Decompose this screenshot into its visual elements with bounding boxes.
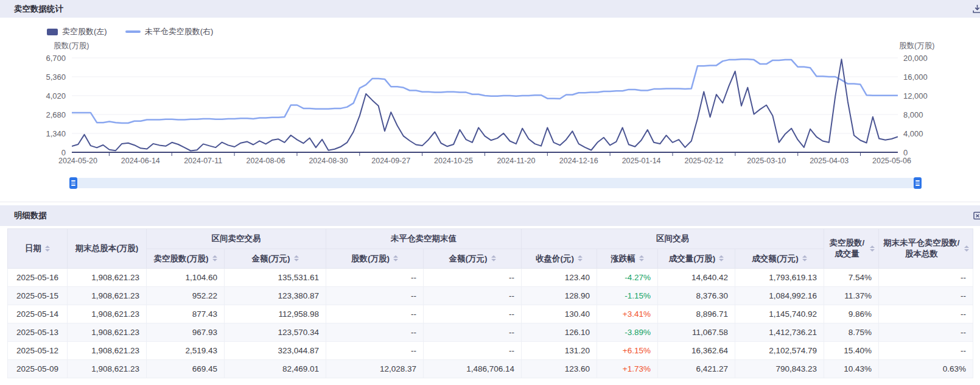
table-cell: 8,376.30 bbox=[658, 287, 735, 305]
table-cell: 669.45 bbox=[147, 360, 225, 378]
table-cell: 2,102,574.79 bbox=[735, 342, 824, 360]
table-cell: 0.63% bbox=[879, 360, 973, 378]
table-cell: -- bbox=[879, 305, 973, 323]
export-icon[interactable] bbox=[973, 211, 980, 221]
table-cell: -- bbox=[879, 323, 973, 342]
table-cell: 128.90 bbox=[522, 287, 597, 305]
column-header[interactable]: 期末未平仓卖空股数/股本总数 bbox=[879, 229, 973, 269]
legend-item-short-shares[interactable]: 卖空股数(左) bbox=[47, 26, 107, 37]
right-axis-unit: 股数(万股) bbox=[899, 41, 934, 51]
legend-label: 未平仓卖空股数(右) bbox=[145, 26, 214, 37]
table-cell: 8,896.71 bbox=[658, 305, 735, 323]
table-cell: 123,380.87 bbox=[225, 287, 326, 305]
chart-legend: 卖空股数(左) 未平仓卖空股数(右) bbox=[47, 26, 213, 37]
table-cell: -4.27% bbox=[597, 269, 658, 287]
x-axis-tick-label: 2024-05-20 bbox=[44, 157, 111, 165]
table-cell: 9.86% bbox=[824, 305, 879, 323]
column-header-label: 日期 bbox=[25, 243, 41, 254]
x-axis-tick-label: 2025-03-10 bbox=[733, 157, 800, 165]
sort-icon[interactable] bbox=[45, 245, 50, 252]
table-cell: 1,908,621.23 bbox=[68, 342, 147, 360]
left-axis-tick: 4,020 bbox=[5, 91, 66, 101]
table-cell: -- bbox=[326, 342, 424, 360]
column-header[interactable]: 股数(万股) bbox=[326, 249, 424, 269]
sort-icon[interactable] bbox=[964, 245, 969, 252]
line-swatch-icon bbox=[125, 30, 141, 33]
column-header[interactable]: 成交额(万元) bbox=[735, 249, 824, 269]
x-axis-tick-label: 2024-12-16 bbox=[545, 157, 612, 165]
details-title: 明细数据 bbox=[14, 210, 47, 221]
sort-icon[interactable] bbox=[212, 255, 217, 261]
left-axis-tick: 5,360 bbox=[5, 72, 66, 82]
sort-icon[interactable] bbox=[294, 255, 299, 261]
right-axis-tick: 16,000 bbox=[903, 72, 946, 82]
column-header[interactable]: 日期 bbox=[8, 229, 68, 269]
chart-range-slider[interactable] bbox=[72, 178, 919, 188]
sort-icon[interactable] bbox=[578, 255, 583, 261]
x-axis-tick-label: 2024-10-25 bbox=[420, 157, 487, 165]
sort-icon[interactable] bbox=[870, 245, 875, 252]
table-cell: +1.73% bbox=[597, 360, 658, 378]
column-header-label: 未平仓卖空期末值 bbox=[391, 233, 457, 244]
table-cell: -- bbox=[424, 305, 522, 323]
left-axis-unit: 股数(万股) bbox=[54, 41, 89, 51]
slider-right-handle[interactable] bbox=[914, 177, 922, 189]
column-header[interactable]: 收盘价(元) bbox=[522, 249, 597, 269]
left-axis-tick: 6,700 bbox=[5, 54, 66, 63]
table-cell: 135,531.61 bbox=[225, 269, 326, 287]
column-header-label: 成交额(万元) bbox=[752, 253, 799, 264]
right-axis-tick: 20,000 bbox=[903, 54, 946, 63]
date-cell: 2025-05-12 bbox=[8, 342, 68, 360]
x-axis-tick-label: 2024-06-14 bbox=[107, 157, 174, 165]
download-icon[interactable] bbox=[972, 4, 980, 14]
table-cell: 1,908,621.23 bbox=[68, 323, 147, 342]
column-header-label: 涨跌幅 bbox=[611, 253, 635, 264]
table-cell: -- bbox=[424, 287, 522, 305]
column-header[interactable]: 成交量(万股) bbox=[658, 249, 735, 269]
column-header[interactable]: 卖空股数(万股) bbox=[147, 249, 225, 269]
table-cell: 877.43 bbox=[147, 305, 225, 323]
details-header-bar: 明细数据 bbox=[0, 205, 980, 226]
left-axis-tick: 1,340 bbox=[5, 129, 66, 138]
table-row: 2025-05-151,908,621.23952.22123,380.87--… bbox=[8, 287, 973, 305]
legend-item-open-short-shares[interactable]: 未平仓卖空股数(右) bbox=[125, 26, 214, 37]
table-cell: 6,421.27 bbox=[658, 360, 735, 378]
sort-icon[interactable] bbox=[491, 255, 496, 261]
column-header[interactable]: 卖空股数/成交量 bbox=[824, 229, 879, 269]
table-cell: -- bbox=[424, 269, 522, 287]
slider-left-handle[interactable] bbox=[69, 177, 77, 189]
table-cell: 1,908,621.23 bbox=[68, 269, 147, 287]
table-cell: -- bbox=[424, 342, 522, 360]
table-cell: 126.10 bbox=[522, 323, 597, 342]
column-header[interactable]: 金额(万元) bbox=[424, 249, 522, 269]
sort-icon[interactable] bbox=[393, 255, 398, 261]
table-cell: 1,084,992.16 bbox=[735, 287, 824, 305]
table-cell: -- bbox=[326, 323, 424, 342]
group-header: 未平仓卖空期末值 bbox=[326, 229, 522, 249]
table-cell: 123,570.34 bbox=[225, 323, 326, 342]
column-header-label: 卖空股数/成交量 bbox=[828, 238, 866, 259]
table-cell: 2,519.43 bbox=[147, 342, 225, 360]
sort-icon[interactable] bbox=[639, 255, 644, 261]
x-axis-tick-label: 2024-09-27 bbox=[357, 157, 424, 165]
table-cell: -- bbox=[326, 305, 424, 323]
date-cell: 2025-05-14 bbox=[8, 305, 68, 323]
sort-icon[interactable] bbox=[719, 255, 724, 261]
table-cell: -- bbox=[424, 323, 522, 342]
sort-icon[interactable] bbox=[802, 255, 807, 261]
table-cell: 8.75% bbox=[824, 323, 879, 342]
column-header-label: 区间交易 bbox=[656, 233, 689, 244]
column-header-label: 卖空股数(万股) bbox=[154, 253, 209, 264]
series-line-open-short-shares bbox=[72, 59, 898, 123]
table-cell: 130.40 bbox=[522, 305, 597, 323]
table-cell: 12,028.37 bbox=[326, 360, 424, 378]
x-axis-tick-label: 2025-05-06 bbox=[858, 157, 925, 165]
table-cell: -- bbox=[326, 269, 424, 287]
column-header[interactable]: 涨跌幅 bbox=[597, 249, 658, 269]
right-axis-tick: 12,000 bbox=[903, 91, 946, 101]
column-header[interactable]: 金额(万元) bbox=[225, 249, 326, 269]
right-axis-tick: 4,000 bbox=[903, 129, 946, 138]
column-header-label: 区间卖空交易 bbox=[212, 233, 261, 244]
x-axis-tick-label: 2025-04-03 bbox=[796, 157, 863, 165]
table-cell: 82,469.01 bbox=[225, 360, 326, 378]
